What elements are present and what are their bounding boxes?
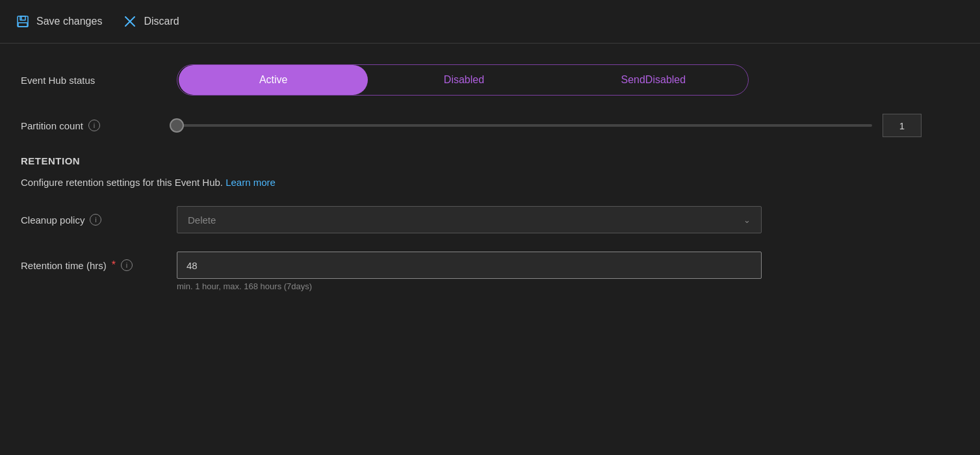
main-content: Event Hub status Active Disabled SendDis… bbox=[0, 44, 942, 330]
retention-time-row: Retention time (hrs) * i bbox=[21, 252, 922, 279]
retention-heading: RETENTION bbox=[21, 155, 922, 166]
partition-count-slider[interactable] bbox=[177, 124, 872, 127]
save-icon bbox=[16, 14, 30, 29]
status-option-active[interactable]: Active bbox=[179, 65, 368, 95]
svg-rect-2 bbox=[18, 23, 27, 27]
status-option-send-disabled[interactable]: SendDisabled bbox=[559, 65, 748, 95]
save-changes-label: Save changes bbox=[36, 16, 102, 27]
retention-time-section: Retention time (hrs) * i min. 1 hour, ma… bbox=[21, 252, 922, 291]
discard-button[interactable]: Discard bbox=[123, 12, 179, 31]
partition-count-slider-container: 1 bbox=[177, 114, 922, 137]
toolbar: Save changes Discard bbox=[0, 0, 980, 44]
partition-count-info-icon[interactable]: i bbox=[88, 120, 100, 131]
retention-description: Configure retention settings for this Ev… bbox=[21, 177, 922, 188]
partition-count-row: Partition count i 1 bbox=[21, 114, 922, 137]
partition-count-label: Partition count i bbox=[21, 120, 177, 131]
retention-time-input[interactable] bbox=[177, 252, 762, 279]
learn-more-link[interactable]: Learn more bbox=[226, 177, 276, 188]
event-hub-status-label: Event Hub status bbox=[21, 75, 177, 86]
cleanup-policy-dropdown[interactable]: Delete ⌄ bbox=[177, 206, 762, 233]
discard-label: Discard bbox=[144, 16, 179, 27]
cleanup-policy-label: Cleanup policy i bbox=[21, 214, 177, 226]
required-indicator: * bbox=[112, 259, 116, 271]
cleanup-policy-info-icon[interactable]: i bbox=[90, 214, 101, 226]
status-option-disabled[interactable]: Disabled bbox=[369, 65, 558, 95]
svg-rect-1 bbox=[20, 16, 25, 20]
partition-count-value: 1 bbox=[883, 114, 922, 137]
retention-time-info-icon[interactable]: i bbox=[121, 259, 133, 271]
chevron-down-icon: ⌄ bbox=[743, 215, 751, 225]
save-changes-button[interactable]: Save changes bbox=[16, 12, 102, 31]
close-icon bbox=[123, 14, 137, 29]
slider-thumb[interactable] bbox=[170, 118, 184, 133]
cleanup-policy-value: Delete bbox=[188, 214, 216, 226]
event-hub-status-row: Event Hub status Active Disabled SendDis… bbox=[21, 64, 922, 96]
retention-time-label: Retention time (hrs) * i bbox=[21, 259, 177, 271]
svg-rect-0 bbox=[18, 16, 28, 27]
retention-time-hint: min. 1 hour, max. 168 hours (7days) bbox=[177, 281, 312, 291]
status-toggle[interactable]: Active Disabled SendDisabled bbox=[177, 64, 749, 96]
cleanup-policy-row: Cleanup policy i Delete ⌄ bbox=[21, 206, 922, 233]
retention-section: RETENTION Configure retention settings f… bbox=[21, 155, 922, 291]
